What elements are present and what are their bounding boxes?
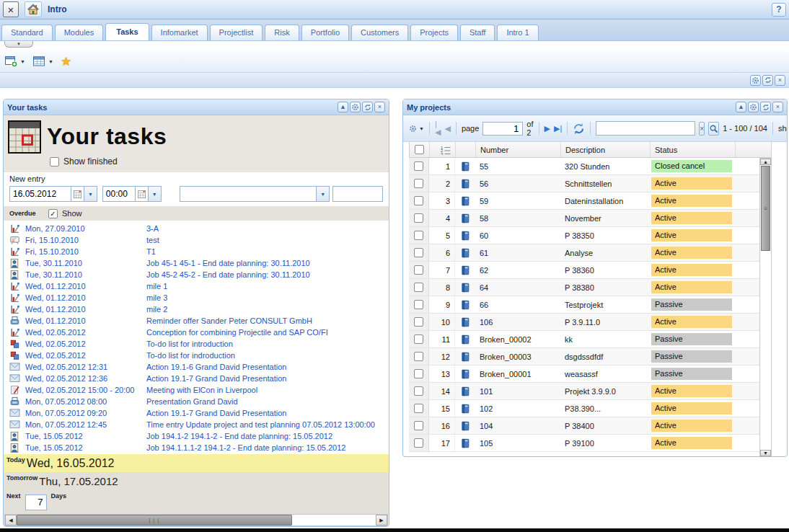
- panel-collapse-button[interactable]: ▲: [338, 102, 348, 112]
- row-checkbox[interactable]: [414, 404, 423, 413]
- project-book-icon[interactable]: [460, 265, 470, 276]
- task-date-link[interactable]: Mon, 27.09.2010: [25, 224, 146, 233]
- tab-customers[interactable]: Customers: [351, 25, 408, 40]
- project-book-icon[interactable]: [460, 438, 470, 449]
- task-date-link[interactable]: Fri, 15.10.2010: [25, 236, 146, 244]
- page-refresh-button[interactable]: [762, 75, 773, 86]
- row-checkbox[interactable]: [414, 265, 423, 275]
- scroll-right-button[interactable]: ▶: [376, 515, 387, 526]
- panel-collapse-button[interactable]: ▲: [736, 102, 746, 112]
- tab-intro-1[interactable]: Intro 1: [497, 25, 538, 40]
- task-description-link[interactable]: Action 19.1-6 Grand David Presentation: [146, 363, 286, 371]
- row-checkbox[interactable]: [414, 196, 423, 205]
- task-type-select[interactable]: [180, 186, 317, 202]
- task-description-link[interactable]: Action 19.1-7 Grand David Presentation: [146, 374, 286, 383]
- date-input[interactable]: [9, 186, 71, 202]
- project-book-icon[interactable]: [460, 213, 470, 224]
- row-number-column-header[interactable]: 123: [430, 142, 456, 157]
- task-description-link[interactable]: Job 45-1 45-1 - End date planning: 30.11…: [146, 259, 310, 267]
- panel-close-button[interactable]: ×: [374, 102, 385, 112]
- task-description-link[interactable]: To-do list for introduction: [146, 340, 233, 348]
- task-date-link[interactable]: Wed, 02.05.2012: [25, 328, 146, 337]
- calendar-picker-button[interactable]: [71, 186, 84, 202]
- task-date-link[interactable]: Wed, 02.05.2012 12:36: [25, 374, 146, 383]
- task-date-link[interactable]: Wed, 01.12.2010: [25, 305, 146, 314]
- task-type-dropdown-button[interactable]: ▼: [317, 186, 330, 202]
- page-close-button[interactable]: ×: [775, 75, 785, 86]
- row-checkbox[interactable]: [414, 334, 423, 344]
- project-book-icon[interactable]: [460, 178, 470, 190]
- window-close-button[interactable]: ×: [3, 1, 19, 17]
- table-row[interactable]: 560P 38350Active: [409, 227, 759, 244]
- column-header-description[interactable]: Description: [561, 142, 651, 157]
- first-page-button[interactable]: |◀: [435, 120, 441, 136]
- tab-infomarket[interactable]: Infomarket: [151, 25, 208, 40]
- task-description-link[interactable]: To-do list for indroduction: [146, 351, 235, 360]
- task-date-link[interactable]: Wed, 01.12.2010: [25, 293, 146, 302]
- project-book-icon[interactable]: [460, 230, 470, 241]
- row-checkbox[interactable]: [414, 179, 423, 188]
- tab-staff[interactable]: Staff: [460, 25, 495, 40]
- tab-portfolio[interactable]: Portfolio: [301, 25, 349, 40]
- row-checkbox[interactable]: [414, 421, 423, 430]
- task-date-link[interactable]: Wed, 02.05.2012 12:31: [25, 363, 146, 371]
- search-button[interactable]: [708, 122, 719, 136]
- project-book-icon[interactable]: [460, 195, 470, 207]
- time-picker-button[interactable]: [136, 186, 149, 202]
- project-book-icon[interactable]: [460, 351, 470, 363]
- project-book-icon[interactable]: [460, 420, 470, 432]
- grid-refresh-button[interactable]: [573, 123, 585, 135]
- favorites-star-icon[interactable]: ★: [61, 56, 71, 68]
- table-row[interactable]: 155320 StundenClosed cancel: [409, 158, 759, 175]
- task-date-link[interactable]: Fri, 15.10.2010: [25, 247, 146, 256]
- task-description-link[interactable]: mile 2: [146, 305, 167, 314]
- table-row[interactable]: 864P 38380Active: [409, 279, 759, 296]
- grid-settings-button[interactable]: ▼: [409, 125, 424, 133]
- row-checkbox[interactable]: [414, 283, 423, 292]
- row-checkbox[interactable]: [414, 231, 423, 240]
- tab-risk[interactable]: Risk: [265, 25, 299, 40]
- task-date-link[interactable]: Tue, 30.11.2010: [25, 270, 146, 279]
- task-date-link[interactable]: Tue, 15.05.2012: [25, 443, 146, 452]
- page-settings-button[interactable]: [750, 75, 761, 86]
- task-date-link[interactable]: Wed, 01.12.2010: [25, 316, 146, 325]
- layout-button[interactable]: ▼: [32, 56, 53, 67]
- project-book-icon[interactable]: [460, 316, 470, 328]
- table-row[interactable]: 966TestprojektPassive: [409, 296, 759, 314]
- project-book-icon[interactable]: [460, 368, 470, 380]
- table-row[interactable]: 14101Projekt 3.9.9.0Active: [409, 383, 759, 400]
- table-row[interactable]: 13Broken_00001weasassfPassive: [409, 365, 759, 383]
- panel-refresh-button[interactable]: [362, 102, 373, 112]
- page-number-input[interactable]: [482, 122, 523, 136]
- tab-projectlist[interactable]: Projectlist: [210, 25, 263, 40]
- search-input[interactable]: [596, 121, 695, 136]
- prev-page-button[interactable]: ◀: [444, 125, 450, 133]
- task-description-link[interactable]: Action 19.1-7 Grand David Presentation: [146, 409, 286, 417]
- project-book-icon[interactable]: [460, 403, 470, 414]
- project-book-icon[interactable]: [460, 299, 470, 311]
- tab-modules[interactable]: Modules: [55, 25, 104, 40]
- scroll-left-button[interactable]: ◀: [5, 515, 17, 526]
- row-checkbox[interactable]: [414, 352, 423, 361]
- row-checkbox[interactable]: [414, 317, 423, 327]
- task-description-link[interactable]: Job 194.1.1.1-2 194.1-2 - End date plann…: [146, 443, 345, 452]
- task-date-link[interactable]: Tue, 15.05.2012: [25, 432, 146, 440]
- scrollbar-thumb[interactable]: ≡: [761, 166, 770, 251]
- row-checkbox[interactable]: [414, 369, 423, 378]
- project-book-icon[interactable]: [460, 247, 470, 259]
- panel-refresh-button[interactable]: [760, 102, 771, 112]
- select-all-checkbox[interactable]: [415, 145, 424, 154]
- table-row[interactable]: 256SchnittstellenActive: [409, 175, 759, 192]
- project-book-icon[interactable]: [460, 386, 470, 397]
- vertical-scrollbar[interactable]: ▲ ≡ ▼: [759, 158, 772, 457]
- overdue-show-checkbox[interactable]: ✓: [48, 209, 58, 218]
- date-dropdown-button[interactable]: ▼: [84, 186, 97, 202]
- table-row[interactable]: 10106P 3.9.11.0Active: [409, 314, 759, 331]
- row-checkbox[interactable]: [414, 300, 423, 309]
- task-description-link[interactable]: Presentation Grand David: [146, 397, 238, 406]
- table-row[interactable]: 762P 38360Active: [409, 262, 759, 279]
- tab-tasks[interactable]: Tasks: [105, 23, 149, 40]
- row-checkbox[interactable]: [414, 386, 423, 396]
- task-date-link[interactable]: Wed, 02.05.2012: [25, 340, 146, 348]
- table-row[interactable]: 16104P 38400Active: [409, 417, 759, 435]
